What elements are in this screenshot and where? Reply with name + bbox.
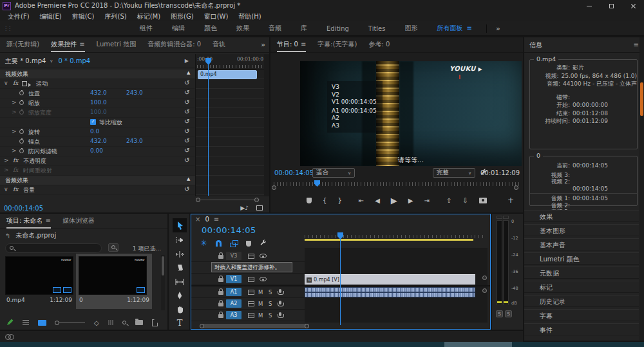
collapse-icon[interactable]: ▲	[187, 176, 190, 182]
track-select-forward-tool[interactable]	[175, 235, 185, 245]
twirl-open-icon[interactable]: ∨	[4, 80, 8, 86]
twirl-closed-icon[interactable]: >	[12, 128, 17, 135]
twirl-closed-icon[interactable]: >	[4, 167, 9, 173]
video-clip[interactable]: fx 0.mp4 [V]	[305, 274, 475, 285]
slip-tool[interactable]	[175, 277, 185, 287]
workspace-tab-titles[interactable]: Titles	[368, 25, 386, 32]
scrollbar-right-handle[interactable]	[305, 324, 309, 328]
lock-icon[interactable]	[218, 255, 223, 259]
voiceover-mic-icon[interactable]	[279, 301, 281, 305]
track-visibility-icon[interactable]	[260, 277, 267, 281]
project-item-sequence-selected[interactable]: YOUKU 0 1:12:09	[76, 254, 152, 309]
lock-icon[interactable]	[218, 291, 223, 295]
timeline-horizontal-scrollbar[interactable]	[196, 323, 488, 329]
menu-window[interactable]: 窗口(W)	[199, 12, 234, 21]
twirl-closed-icon[interactable]: >	[4, 157, 9, 164]
add-marker-icon[interactable]	[246, 241, 251, 247]
source-patch-icon[interactable]	[248, 254, 254, 259]
track-badge-v1[interactable]: V1	[226, 275, 242, 283]
thumbnail-zoom-slider[interactable]	[57, 323, 85, 323]
extract-icon[interactable]: ⇩	[462, 197, 468, 204]
timeline-ruler[interactable]	[305, 234, 488, 247]
fx-row-uniform-scale[interactable]: ✓ 等比缩放 ↺	[0, 118, 195, 127]
menu-graphics[interactable]: 图形(G)	[166, 12, 199, 21]
workspace-tab-effects[interactable]: 效果	[236, 24, 249, 33]
source-patch-icon[interactable]	[248, 313, 254, 318]
export-frame-icon[interactable]	[479, 198, 487, 203]
lane-horizontal-scrollbar[interactable]	[195, 196, 264, 203]
close-panel-icon[interactable]: ×	[195, 216, 200, 223]
fx-row-anchor[interactable]: 锚点 432.0 243.0 ↺	[0, 137, 195, 147]
program-scrubber[interactable]	[270, 180, 523, 191]
checkbox-checked-icon[interactable]: ✓	[90, 119, 96, 125]
mute-button[interactable]: M	[258, 312, 263, 319]
workspace-tab-graphics[interactable]: 图形	[404, 24, 417, 33]
reset-icon[interactable]: ↺	[184, 79, 189, 86]
twirl-closed-icon[interactable]: >	[12, 99, 17, 106]
timeline-scrollbar-thumb[interactable]	[202, 324, 309, 328]
menu-clip[interactable]: 剪辑(C)	[67, 12, 100, 21]
panel-tab-essential-sound[interactable]: 基本声音	[524, 238, 639, 250]
track-header-a3[interactable]: A3 M S	[191, 310, 305, 321]
chevron-down-icon[interactable]: ∨	[50, 59, 53, 64]
panel-tab-effects[interactable]: 效果	[524, 210, 639, 222]
position-x-value[interactable]: 432.0	[90, 89, 107, 96]
play-icon[interactable]: ▶	[391, 196, 397, 205]
track-badge-a2[interactable]: A2	[226, 299, 242, 308]
item-name[interactable]: 0.mp4	[6, 297, 25, 303]
solo-button[interactable]: S	[269, 312, 272, 319]
fx-row-opacity[interactable]: > fx 不透明度 ↺	[0, 156, 195, 166]
video-effects-section[interactable]: 视频效果 ▲	[0, 70, 195, 79]
tab-overflow-icon[interactable]: »	[261, 41, 265, 49]
voiceover-mic-icon[interactable]	[279, 289, 281, 293]
panel-menu-icon[interactable]: ≡	[301, 41, 306, 48]
audio-effects-section[interactable]: 音频效果 ▲	[0, 176, 195, 185]
audio-clip[interactable]	[305, 287, 475, 297]
reset-icon[interactable]: ↺	[184, 137, 189, 144]
workspace-tab-assembly[interactable]: 组件	[140, 24, 153, 33]
stopwatch-icon[interactable]	[19, 139, 24, 144]
antiflicker-value[interactable]: 0.00	[90, 147, 103, 154]
solo-left-button[interactable]: S	[496, 310, 503, 317]
track-header-a2[interactable]: A2 M S	[191, 298, 305, 310]
project-item-clip[interactable]: YOUKU 0.mp4 1:12:09	[5, 256, 73, 303]
lock-icon[interactable]	[218, 303, 223, 306]
tab-source-monitor[interactable]: 源:(无剪辑)	[6, 40, 39, 49]
stopwatch-icon[interactable]	[19, 100, 24, 105]
tab-audio-track[interactable]: 音轨	[213, 40, 225, 49]
lock-icon[interactable]	[218, 278, 223, 282]
maximize-button[interactable]	[600, 0, 622, 12]
timeline-timecode[interactable]: 00:00:14:05	[202, 225, 256, 235]
track-header-v3[interactable]: V3	[191, 250, 305, 262]
anchor-y-value[interactable]: 243.0	[126, 138, 143, 144]
go-to-out-icon[interactable]: ⇥	[424, 197, 430, 204]
program-video-frame[interactable]: YOUKU ▶ V3 V2 V1 00:00:14:05 A1 00:00:14…	[300, 61, 522, 166]
track-visibility-icon[interactable]	[260, 254, 267, 258]
program-current-timecode[interactable]: 00:00:14:05	[274, 169, 314, 176]
tab-project[interactable]: 项目: 未命名≡	[6, 216, 51, 229]
fx-row-rotation[interactable]: > 旋转 0.0 ↺	[0, 127, 195, 137]
ripple-edit-tool[interactable]	[175, 249, 185, 259]
stopwatch-icon[interactable]	[19, 129, 24, 134]
mute-button[interactable]: M	[258, 289, 263, 295]
play-audio-icon[interactable]: ▶♪	[240, 205, 249, 211]
vertical-scrollbar[interactable]	[264, 54, 269, 196]
reset-icon[interactable]: ↺	[184, 89, 189, 96]
reset-icon[interactable]: ↺	[184, 118, 189, 125]
workspace-menu-icon[interactable]: ≡	[466, 24, 471, 32]
button-editor-icon[interactable]: +	[507, 196, 514, 205]
pen-tool[interactable]	[175, 290, 185, 301]
panel-tab-essential-graphics[interactable]: 基本图形	[524, 224, 639, 236]
fx-row-motion[interactable]: ∨ fx 运动 ↺	[0, 79, 195, 89]
project-scrollbar[interactable]	[161, 255, 165, 310]
sequence-tab-label[interactable]: 0	[205, 216, 209, 223]
track-badge-a3[interactable]: A3	[226, 311, 242, 319]
selection-tool[interactable]	[175, 220, 185, 230]
type-tool[interactable]: T	[175, 317, 185, 328]
tab-captions[interactable]: 字幕:(无字幕)	[317, 40, 357, 49]
panel-tab-markers[interactable]: 标记	[524, 281, 639, 293]
current-timecode[interactable]: 00:00:14:05	[4, 205, 43, 212]
solo-right-button[interactable]: S	[505, 310, 512, 317]
panel-menu-icon[interactable]: ≡	[46, 217, 51, 224]
clip-end-handle[interactable]	[482, 276, 487, 280]
